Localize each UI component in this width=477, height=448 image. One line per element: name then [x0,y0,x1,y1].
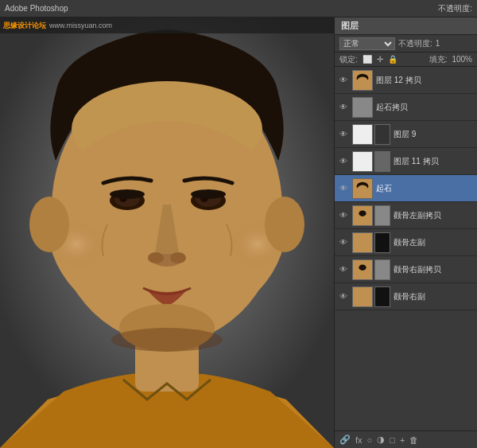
link-layers-button[interactable]: 🔗 [339,434,351,445]
site-logo: 思缘设计论坛 [3,21,46,31]
lock-all-icon[interactable]: 🔒 [388,55,398,64]
lock-label: 锁定: [339,54,358,65]
layer-item[interactable]: 👁 图层 11 拷贝 [335,148,477,175]
layer-thumbnail [352,259,373,280]
svg-point-21 [29,197,69,252]
add-mask-button[interactable]: ○ [367,435,373,445]
layer-thumbnail [352,178,373,199]
layer-mask [374,259,390,280]
layer-name: 图层 11 拷贝 [394,156,474,167]
new-layer-button[interactable]: + [400,435,405,445]
svg-point-12 [110,189,145,199]
layer-visibility-toggle[interactable]: 👁 [338,102,349,113]
adjustment-layer-button[interactable]: ◑ [377,434,385,445]
canvas-area: 思缘设计论坛 www.missyuan.com [0,18,334,448]
portrait-svg [0,18,334,448]
right-panel: 图层 正常 不透明度: 1 锁定: ⬜ ✛ 🔒 填充: 100% [334,18,477,448]
layer-thumbnail [352,151,373,172]
layer-item[interactable]: 👁 图层 12 拷贝 [335,67,477,94]
main-area: 思缘设计论坛 www.missyuan.com [0,18,477,448]
panel-bottom: 🔗 fx ○ ◑ □ + 🗑 [335,430,477,448]
fill-value: 100% [452,55,472,64]
layer-name: 颧骨右副 [394,291,474,302]
layer-name: 起石拷贝 [376,102,474,113]
layer-visibility-toggle[interactable]: 👁 [338,237,349,248]
layer-thumbnail [352,97,373,118]
layer-name: 起石 [376,183,474,194]
layer-name: 颧骨左副拷贝 [394,210,474,221]
opacity-label: 不透明度: [398,38,432,49]
app-title: Adobe Photoshop [5,4,68,13]
opacity-value: 1 [436,39,440,48]
site-header: 思缘设计论坛 www.missyuan.com [0,18,334,33]
svg-point-19 [170,252,186,263]
layer-thumbnail [352,124,373,145]
layer-visibility-toggle[interactable]: 👁 [338,210,349,221]
layer-thumbnail [352,205,373,226]
layers-list[interactable]: 👁 图层 12 拷贝 👁 起石拷贝 👁 图层 [335,67,477,430]
layer-thumbnail [352,232,373,253]
layer-name: 图层 9 [394,129,474,140]
blend-mode-select[interactable]: 正常 [339,37,395,50]
lock-move-icon[interactable]: ✛ [377,55,383,64]
layer-visibility-toggle[interactable]: 👁 [338,264,349,275]
svg-point-26 [357,76,369,88]
app-container: Adobe Photoshop 不透明度: 思缘设计论坛 www.missyua… [0,0,477,448]
layer-name: 图层 12 拷贝 [376,75,474,86]
svg-rect-35 [353,287,372,306]
top-bar-right: 不透明度: [438,3,472,14]
site-url: www.missyuan.com [49,21,112,29]
layer-visibility-toggle[interactable]: 👁 [338,129,349,140]
layer-item[interactable]: 👁 颧骨右副 [335,283,477,310]
layer-mask [374,205,390,226]
layers-panel-header: 图层 [335,18,477,35]
lock-pixel-icon[interactable]: ⬜ [363,55,372,64]
layers-panel-title: 图层 [341,20,359,32]
svg-point-22 [265,197,304,252]
layer-group-button[interactable]: □ [390,435,395,445]
top-bar: Adobe Photoshop 不透明度: [0,0,477,18]
layer-item[interactable]: 👁 颧骨右副拷贝 [335,256,477,283]
svg-point-34 [359,264,366,270]
layer-item-active[interactable]: 👁 起石 [335,175,477,202]
layer-mask [374,151,390,172]
layer-item[interactable]: 👁 颧骨左副拷贝 [335,202,477,229]
fx-button[interactable]: fx [355,435,363,445]
layer-mask [374,124,390,145]
layer-item[interactable]: 👁 图层 9 [335,121,477,148]
layer-visibility-toggle[interactable]: 👁 [338,291,349,302]
layer-name: 颧骨左副 [394,237,474,248]
svg-rect-32 [353,233,372,252]
fill-label: 填充: [429,54,448,65]
layer-mask [374,286,390,307]
svg-point-18 [148,252,164,263]
svg-point-16 [191,189,226,199]
layer-visibility-toggle[interactable]: 👁 [338,75,349,86]
layer-thumbnail [352,70,373,91]
svg-point-31 [359,210,366,216]
layer-mask [374,232,390,253]
layer-visibility-toggle[interactable]: 👁 [338,156,349,167]
svg-point-29 [357,185,369,197]
layer-item[interactable]: 👁 起石拷贝 [335,94,477,121]
layer-controls: 正常 不透明度: 1 [335,35,477,53]
delete-layer-button[interactable]: 🗑 [409,435,418,445]
layer-visibility-toggle[interactable]: 👁 [338,183,349,194]
layer-item[interactable]: 👁 颧骨左副 [335,229,477,256]
layer-name: 颧骨右副拷贝 [394,264,474,275]
lock-row: 锁定: ⬜ ✛ 🔒 填充: 100% [335,53,477,67]
layer-thumbnail [352,286,373,307]
svg-point-23 [111,328,223,352]
